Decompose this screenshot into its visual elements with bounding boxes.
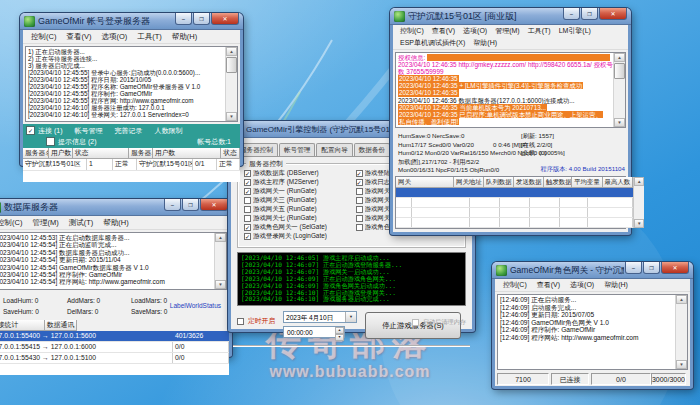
maximize-button[interactable] [643, 262, 660, 274]
menu-item[interactable]: 选项(O) [565, 280, 599, 290]
checkbox-icon[interactable] [356, 179, 363, 186]
checkbox-icon[interactable] [244, 215, 251, 222]
limit-link[interactable]: 人数限制 [155, 127, 183, 135]
timer-checkbox[interactable]: 定时开启 [237, 316, 275, 326]
column-header[interactable]: 触发数据 [544, 177, 572, 188]
checkbox-icon[interactable] [244, 233, 251, 240]
scroll-down-icon[interactable] [226, 112, 237, 121]
column-header[interactable]: 发送数据 [514, 177, 544, 188]
gateway-row[interactable] [396, 218, 633, 228]
menu-item[interactable]: 选项(O) [96, 32, 132, 42]
menu-item[interactable]: 控制(C) [396, 26, 428, 36]
menu-item[interactable]: 控制(C) [498, 280, 532, 290]
checkbox-icon[interactable] [356, 170, 363, 177]
menu-item[interactable]: 测试(T) [64, 218, 99, 228]
maximize-button[interactable] [182, 199, 199, 211]
date-picker[interactable]: 2023年 4月10日 [283, 311, 357, 323]
connection-row[interactable]: 127.0.0.1:55430 → 127.0.0.1:5100 0/0 [0, 353, 229, 364]
scroll-up-icon[interactable] [676, 295, 687, 304]
service-checkbox[interactable]: 游戏角色网关一 (SelGate) [240, 223, 352, 232]
menu-item[interactable]: LM引擎(L) [555, 26, 595, 36]
scroll-up-icon[interactable] [226, 47, 237, 56]
connect-checkbox[interactable] [26, 126, 35, 135]
menu-item[interactable]: 控制(C) [26, 32, 61, 42]
dropdown-arrow-icon[interactable] [345, 312, 356, 322]
menu-item[interactable]: 查看(V) [532, 280, 565, 290]
auto-clean-checkbox[interactable]: 启动后清理内存 [412, 318, 466, 327]
close-button[interactable] [661, 262, 689, 274]
checkbox-icon[interactable] [356, 206, 363, 213]
menu-item[interactable]: ESP单机调试插件(X) [396, 38, 469, 48]
column-header[interactable]: 状态 [221, 148, 240, 159]
connection-row[interactable]: 127.0.0.1:55415 → 127.0.0.1:6000 0/0 [0, 342, 229, 353]
menu-item[interactable]: 帮助(H) [599, 280, 633, 290]
checkbox-icon[interactable] [244, 179, 251, 186]
column-header[interactable]: 服务器名 [23, 148, 49, 159]
tab[interactable]: 数据备份 [354, 143, 390, 156]
checkbox-icon[interactable] [244, 188, 251, 195]
gateway-row[interactable] [396, 208, 633, 218]
menu-item[interactable]: 控制(C) [0, 218, 27, 228]
scroll-down-icon[interactable] [215, 280, 226, 289]
checkbox-icon[interactable] [237, 318, 244, 325]
checkbox-icon[interactable] [244, 206, 251, 213]
scroll-thumb[interactable] [226, 57, 237, 73]
titlebar[interactable]: GameOfMir角色网关 - 守护沉默15号0... [492, 262, 693, 279]
scrollbar[interactable] [675, 295, 687, 369]
titlebar[interactable]: GameOfMir 帐号登录服务器 [20, 13, 243, 30]
close-button[interactable] [200, 199, 228, 211]
menu-item[interactable]: 选项(O) [459, 26, 491, 36]
column-header[interactable]: 服务器名 [129, 148, 153, 159]
menu-item[interactable]: 帮助(H) [167, 32, 202, 42]
service-checkbox[interactable]: 游戏主程序 (M2Server) [240, 178, 352, 187]
minimize-button[interactable] [563, 8, 580, 20]
checkbox-icon[interactable] [412, 319, 419, 326]
checkbox-icon[interactable] [244, 170, 251, 177]
menu-item[interactable]: 帮助(H) [469, 38, 501, 48]
gateway-row[interactable] [396, 188, 633, 198]
scroll-thumb[interactable] [614, 63, 625, 79]
menu-item[interactable]: 查看(V) [428, 26, 459, 36]
maximize-button[interactable] [193, 13, 210, 25]
column-header[interactable]: 连接统计 [0, 320, 45, 331]
titlebar[interactable]: 数据库服务器 [0, 199, 232, 216]
menu-item[interactable]: 工具(T) [132, 32, 167, 42]
checkbox-icon[interactable] [356, 224, 363, 231]
maximize-button[interactable] [581, 8, 598, 20]
column-header[interactable]: 网关 [396, 177, 454, 188]
column-header[interactable]: 数据通讯 [45, 320, 77, 331]
scrollbar[interactable] [225, 47, 237, 121]
menu-item[interactable]: 管理(M) [491, 26, 524, 36]
scroll-down-icon[interactable] [614, 118, 625, 127]
time-field[interactable]: 00:00:00 ▲▼ [283, 326, 345, 338]
menu-item[interactable]: 工具(T) [524, 26, 555, 36]
checkbox-icon[interactable] [244, 224, 251, 231]
tab[interactable]: 配置向导 [316, 143, 352, 156]
scrollbar[interactable] [214, 233, 226, 289]
menu-item[interactable]: 查看(V) [61, 32, 96, 42]
column-header[interactable]: 状态 [73, 148, 129, 159]
service-checkbox[interactable]: 游戏网关三 (RunGate) [240, 196, 352, 205]
service-checkbox[interactable]: 游戏登录网关 (LoginGate) [240, 232, 352, 241]
service-checkbox[interactable]: 游戏网关七 (RunGate) [240, 214, 352, 223]
column-header[interactable]: 网关地址 [454, 177, 484, 188]
titlebar[interactable]: 守护沉默15号01区 [商业版] [390, 8, 631, 25]
column-header[interactable]: 平均变量 [572, 177, 603, 188]
service-checkbox[interactable]: 游戏数据库 (DBServer) [240, 169, 352, 178]
scrollbar[interactable] [613, 53, 625, 127]
checkbox-icon[interactable] [244, 197, 251, 204]
tip-checkbox[interactable] [46, 137, 55, 146]
menu-item[interactable]: 管理(M) [27, 218, 63, 228]
scroll-up-icon[interactable] [614, 53, 625, 62]
close-button[interactable] [599, 8, 627, 20]
column-header[interactable]: 用户数 [49, 148, 73, 159]
scroll-up-icon[interactable] [634, 177, 644, 186]
account-manage-link[interactable]: 帐号管理 [75, 127, 103, 135]
service-checkbox[interactable]: 游戏网关一 (RunGate) [240, 187, 352, 196]
checkbox-icon[interactable] [356, 215, 363, 222]
scroll-up-icon[interactable] [215, 233, 226, 242]
server-row[interactable]: 守护沉默15号01区 1 正常 守护沉默15号01区 0/1 正常 [23, 159, 240, 171]
scroll-down-icon[interactable] [634, 219, 644, 228]
menu-item[interactable]: 帮助(H) [98, 218, 133, 228]
minimize-button[interactable] [175, 13, 192, 25]
